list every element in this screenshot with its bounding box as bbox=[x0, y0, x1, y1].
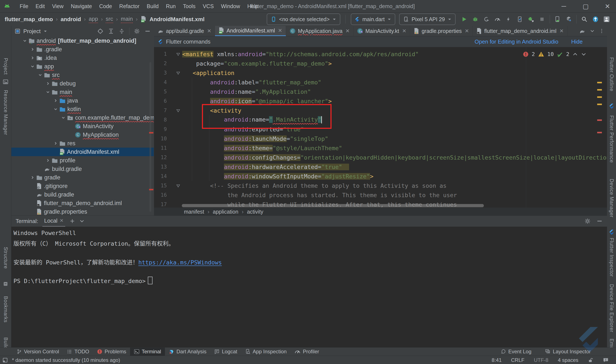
breadcrumb-item[interactable]: main bbox=[121, 16, 133, 23]
open-in-android-studio-link[interactable]: Open for Editing in Android Studio bbox=[475, 39, 559, 45]
tool-stripe-project[interactable]: Project bbox=[3, 58, 9, 75]
chevron-right-icon[interactable] bbox=[29, 47, 36, 52]
gear-icon[interactable] bbox=[134, 28, 140, 34]
terminal-tab-local[interactable]: Local ✕ bbox=[42, 215, 65, 227]
fold-marker-icon[interactable] bbox=[167, 183, 182, 188]
tool-window-button-terminal[interactable]: Terminal bbox=[130, 348, 165, 356]
chevron-down-icon[interactable] bbox=[590, 29, 595, 33]
chevron-down-icon[interactable] bbox=[29, 64, 36, 69]
tool-window-button-layout-inspector[interactable]: Layout Inspector bbox=[541, 349, 595, 355]
gradle-sync-icon[interactable] bbox=[579, 28, 585, 34]
breadcrumb-item[interactable]: flutter_map_demo bbox=[5, 16, 53, 23]
close-icon[interactable]: ✕ bbox=[60, 218, 64, 223]
apply-changes-button[interactable] bbox=[504, 14, 513, 24]
menu-run[interactable]: Run bbox=[163, 2, 179, 10]
menu-build[interactable]: Build bbox=[144, 2, 162, 10]
tree-item-flutter_map_demo_android.iml[interactable]: flutter_map_demo_android.iml bbox=[11, 199, 154, 208]
xml-breadcrumb-activity[interactable]: activity bbox=[247, 209, 263, 215]
breadcrumb-file[interactable]: AndroidManifest.xml bbox=[150, 16, 205, 23]
tree-item-profile[interactable]: profile bbox=[11, 156, 154, 165]
menu-vcs[interactable]: VCS bbox=[200, 2, 217, 10]
run-coverage-button[interactable] bbox=[482, 14, 491, 24]
build-tool-icon[interactable] bbox=[3, 281, 8, 287]
tool-window-button-profiler[interactable]: Profiler bbox=[290, 348, 323, 356]
editor-tab[interactable]: CMyApplication.java✕ bbox=[286, 26, 354, 36]
expand-all-icon[interactable] bbox=[108, 28, 114, 34]
file-encoding[interactable]: UTF-8 bbox=[534, 357, 548, 363]
close-icon[interactable]: ✕ bbox=[207, 28, 211, 34]
hide-panel-icon[interactable] bbox=[596, 218, 603, 224]
tool-window-button-problems[interactable]: Problems bbox=[93, 348, 130, 356]
tool-stripe-bookmarks[interactable]: Bookmarks bbox=[3, 296, 9, 323]
tree-item-android[interactable]: android[flutter_map_demo_android] bbox=[11, 37, 154, 45]
chevron-down-icon[interactable] bbox=[21, 39, 28, 43]
tree-item-debug[interactable]: debug bbox=[11, 79, 154, 88]
maximize-button[interactable]: ▢ bbox=[581, 2, 590, 10]
terminal-output[interactable]: Windows PowerShell版权所有（C） Microsoft Corp… bbox=[11, 227, 607, 348]
run-button[interactable] bbox=[459, 14, 469, 24]
next-problem-icon[interactable] bbox=[581, 52, 587, 57]
profiler-button[interactable] bbox=[493, 14, 502, 24]
menu-edit[interactable]: Edit bbox=[32, 2, 48, 10]
tool-stripe-resource-manager[interactable]: Resource Manager bbox=[3, 90, 9, 135]
tree-item-build.gradle[interactable]: build.gradle bbox=[11, 190, 154, 199]
menu-window[interactable]: Window bbox=[218, 2, 243, 10]
chevron-right-icon[interactable] bbox=[44, 81, 52, 86]
close-icon[interactable]: ✕ bbox=[345, 28, 350, 34]
chevron-down-icon[interactable] bbox=[60, 115, 67, 120]
chevron-down-icon[interactable] bbox=[44, 90, 52, 94]
prev-problem-icon[interactable] bbox=[572, 52, 578, 57]
tool-stripe-structure[interactable]: Structure bbox=[3, 247, 9, 269]
tool-window-button-logcat[interactable]: Logcat bbox=[210, 348, 241, 356]
chevron-right-icon[interactable] bbox=[52, 98, 59, 103]
tool-window-button-version-control[interactable]: Version Control bbox=[13, 348, 63, 356]
gear-icon[interactable] bbox=[584, 218, 591, 224]
profile-button[interactable] bbox=[602, 14, 611, 24]
horizontal-scrollbar[interactable] bbox=[182, 204, 484, 207]
new-terminal-icon[interactable] bbox=[69, 218, 75, 224]
menu-navigate[interactable]: Navigate bbox=[68, 2, 95, 10]
fold-marker-icon[interactable] bbox=[167, 108, 182, 113]
menu-refactor[interactable]: Refactor bbox=[116, 2, 142, 10]
chevron-down-icon[interactable] bbox=[43, 29, 47, 33]
run-config-selector[interactable]: main.dart bbox=[351, 13, 395, 25]
tool-stripe-device-manager[interactable]: Device Manager bbox=[609, 179, 615, 218]
minimize-button[interactable]: ─ bbox=[559, 2, 569, 10]
editor-tab[interactable]: CMainActivity.kt✕ bbox=[353, 26, 410, 36]
device-selector[interactable]: <no device selected> bbox=[267, 13, 340, 25]
chevron-right-icon[interactable] bbox=[29, 55, 36, 60]
tree-item-com.example.flutter_map_dem[interactable]: com.example.flutter_map_dem bbox=[11, 113, 154, 122]
tree-item-AndroidManifest.xml[interactable]: MFAndroidManifest.xml bbox=[11, 148, 154, 156]
device-manager-button[interactable] bbox=[553, 14, 562, 24]
stop-button[interactable] bbox=[537, 14, 547, 24]
caret-position[interactable]: 8:41 bbox=[492, 357, 502, 363]
tree-item-MainActivity[interactable]: CMainActivity bbox=[11, 122, 154, 130]
tree-item-app[interactable]: app bbox=[11, 62, 154, 71]
tree-item-main[interactable]: main bbox=[11, 88, 154, 96]
fold-marker-icon[interactable] bbox=[167, 70, 182, 75]
flutter-inspector-icon[interactable] bbox=[609, 229, 614, 235]
chevron-right-icon[interactable] bbox=[29, 175, 36, 180]
editor-tab[interactable]: flutter_map_demo_android.iml✕ bbox=[473, 26, 567, 36]
notifications-icon[interactable] bbox=[603, 357, 609, 363]
hide-banner-link[interactable]: Hide bbox=[571, 39, 583, 45]
tree-item-gradle[interactable]: gradle bbox=[11, 173, 154, 182]
tree-item-java[interactable]: java bbox=[11, 96, 154, 105]
tool-stripe-device-file-explorer[interactable]: Device File Explorer bbox=[609, 284, 615, 332]
close-icon[interactable]: ✕ bbox=[560, 28, 564, 34]
menu-tools[interactable]: Tools bbox=[180, 2, 198, 10]
tool-stripe-flutter-inspector[interactable]: Flutter Inspector bbox=[609, 238, 615, 277]
close-button[interactable]: ✕ bbox=[603, 2, 612, 10]
menu-code[interactable]: Code bbox=[96, 2, 115, 10]
tree-item-gradle.properties[interactable]: gradle.properties bbox=[11, 208, 154, 216]
menu-file[interactable]: File bbox=[17, 2, 31, 10]
tool-windows-toggle-icon[interactable] bbox=[2, 357, 8, 363]
breadcrumb-item[interactable]: android bbox=[61, 16, 81, 23]
tool-stripe-flutter-outline[interactable]: Flutter Outline bbox=[609, 57, 615, 91]
xml-breadcrumb-application[interactable]: application bbox=[213, 209, 238, 215]
chevron-down-icon[interactable] bbox=[79, 219, 84, 224]
editor-tab[interactable]: MFAndroidManifest.xml✕ bbox=[215, 26, 286, 36]
close-icon[interactable]: ✕ bbox=[278, 27, 282, 34]
chevron-down-icon[interactable] bbox=[37, 73, 44, 77]
ide-update-button[interactable] bbox=[591, 14, 600, 24]
